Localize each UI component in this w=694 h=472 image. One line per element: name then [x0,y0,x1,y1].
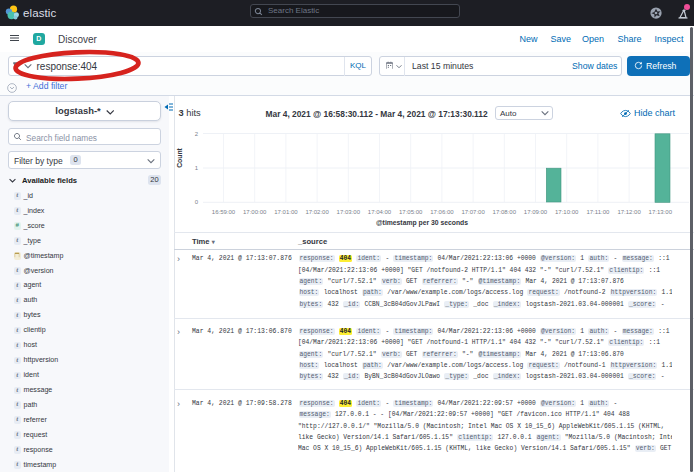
svg-text:0: 0 [195,199,199,205]
svg-text:17:03:00: 17:03:00 [337,209,361,215]
svg-text:2: 2 [195,131,199,137]
svg-text:17:00:00: 17:00:00 [243,209,267,215]
svg-text:17:10:00: 17:10:00 [555,209,579,215]
svg-text:17:08:00: 17:08:00 [493,209,517,215]
svg-text:17:13:00: 17:13:00 [649,209,673,215]
svg-text:17:01:00: 17:01:00 [274,209,298,215]
svg-text:@timestamp per 30 seconds: @timestamp per 30 seconds [376,219,468,227]
svg-text:17:02:00: 17:02:00 [305,209,329,215]
svg-text:17:11:00: 17:11:00 [586,209,610,215]
svg-text:17:05:00: 17:05:00 [399,209,423,215]
svg-text:16:59:00: 16:59:00 [212,209,236,215]
svg-text:17:07:00: 17:07:00 [461,209,485,215]
svg-text:Count: Count [176,147,183,167]
svg-text:17:12:00: 17:12:00 [617,209,641,215]
svg-text:17:04:00: 17:04:00 [368,209,392,215]
svg-text:17:06:00: 17:06:00 [430,209,454,215]
svg-text:1: 1 [195,165,199,171]
svg-text:17:09:00: 17:09:00 [524,209,548,215]
